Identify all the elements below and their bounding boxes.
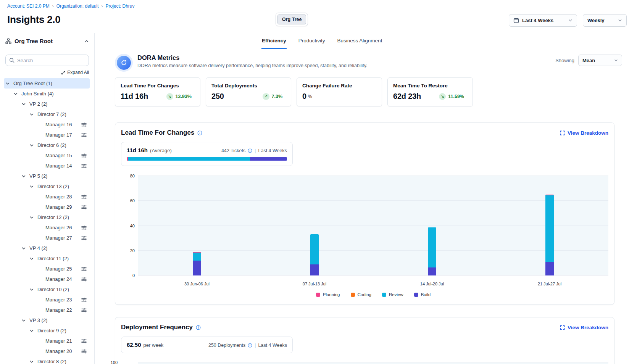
tree-item[interactable]: VP 5 (2) <box>4 171 90 181</box>
summary-count: 250 Deployments <box>208 343 245 348</box>
filter-sliders-icon[interactable] <box>81 308 87 313</box>
tree-item[interactable]: Director 12 (2) <box>4 212 90 222</box>
tree-item[interactable]: Director 10 (2) <box>4 284 90 295</box>
tree-item[interactable]: Manager 16 <box>4 119 90 130</box>
breadcrumb-account-link[interactable]: Account: SEI 2.0 PM <box>7 3 50 9</box>
tree-item[interactable]: Manager 25 <box>4 264 90 274</box>
tree-item[interactable]: Manager 21 <box>4 336 90 346</box>
filter-sliders-icon[interactable] <box>81 163 87 169</box>
filter-sliders-icon[interactable] <box>81 297 87 303</box>
filter-sliders-icon[interactable] <box>81 205 87 210</box>
tree-item[interactable]: Director 8 (2) <box>4 356 90 364</box>
filter-sliders-icon[interactable] <box>81 225 87 230</box>
bar-07-jul-13-jul[interactable] <box>310 234 319 275</box>
chevron-down-icon[interactable] <box>29 184 35 189</box>
legend-item-review[interactable]: Review <box>382 292 403 297</box>
tree-item[interactable]: VP 4 (2) <box>4 243 90 253</box>
info-icon[interactable] <box>248 148 252 153</box>
tree-item[interactable]: Manager 26 <box>4 222 90 233</box>
search-input[interactable] <box>17 58 85 63</box>
legend-item-build[interactable]: Build <box>414 292 431 297</box>
info-icon[interactable] <box>197 130 202 135</box>
bar-segment-build <box>428 267 436 275</box>
filter-sliders-icon[interactable] <box>81 132 87 138</box>
showing-select[interactable]: Mean <box>578 55 622 66</box>
filter-sliders-icon[interactable] <box>81 266 87 272</box>
chart-y-tick-label: 100 <box>104 360 118 364</box>
tree-item[interactable]: Director 9 (2) <box>4 325 90 336</box>
tree-item[interactable]: Manager 29 <box>4 202 90 212</box>
filter-sliders-icon[interactable] <box>81 349 87 354</box>
tree-item[interactable]: Manager 23 <box>4 295 90 305</box>
tree-item[interactable]: Manager 24 <box>4 274 90 284</box>
bar-21-jul-27-jul[interactable] <box>545 195 554 275</box>
tree-item-label: VP 5 (2) <box>29 173 47 179</box>
filter-sliders-icon[interactable] <box>81 277 87 282</box>
chevron-down-icon[interactable] <box>21 246 27 251</box>
tree-item[interactable]: Manager 15 <box>4 150 90 161</box>
chevron-down-icon[interactable] <box>29 359 35 364</box>
tree-item-label: Manager 28 <box>45 194 72 200</box>
tree-item[interactable]: Manager 14 <box>4 161 90 171</box>
org-tree-button[interactable]: Org Tree <box>277 14 306 24</box>
breadcrumb-project-link[interactable]: Project: Dhruv <box>105 3 134 9</box>
filter-sliders-icon[interactable] <box>81 122 87 127</box>
bar-14-jul-20-jul[interactable] <box>428 227 436 275</box>
breadcrumb-organization-link[interactable]: Organization: default <box>56 3 99 9</box>
bar-30-jun-06-jul[interactable] <box>193 252 201 275</box>
filter-sliders-icon[interactable] <box>81 153 87 158</box>
tree-item[interactable]: VP 3 (2) <box>4 315 90 325</box>
tree-item[interactable]: Director 11 (2) <box>4 253 90 264</box>
period-select[interactable]: Last 4 Weeks <box>509 14 577 27</box>
chevron-down-icon[interactable] <box>21 174 27 179</box>
period-select-value: Last 4 Weeks <box>522 18 553 23</box>
filter-sliders-icon[interactable] <box>81 338 87 344</box>
gridline: 40 <box>138 225 608 226</box>
metric-card-title: Mean Time To Restore <box>393 83 467 89</box>
info-icon[interactable] <box>248 343 252 348</box>
tree-item[interactable]: VP 2 (2) <box>4 99 90 109</box>
info-icon[interactable] <box>196 325 201 330</box>
org-tree-icon <box>5 38 11 44</box>
chevron-down-icon[interactable] <box>29 329 35 333</box>
chevron-down-icon[interactable] <box>21 318 27 323</box>
breadcrumb-separator-icon: › <box>101 3 103 9</box>
tree-item[interactable]: Director 13 (2) <box>4 181 90 192</box>
chevron-down-icon[interactable] <box>13 92 19 96</box>
chevron-down-icon[interactable] <box>5 81 11 86</box>
tree-item[interactable]: Manager 20 <box>4 346 90 356</box>
granularity-select[interactable]: Weekly <box>583 14 627 27</box>
tree-item[interactable]: Director 7 (2) <box>4 109 90 119</box>
tree-item[interactable]: Director 6 (2) <box>4 140 90 150</box>
tree-item[interactable]: Manager 28 <box>4 192 90 202</box>
chevron-down-icon[interactable] <box>29 112 35 117</box>
chevron-down-icon[interactable] <box>29 215 35 220</box>
tree-item[interactable]: Manager 17 <box>4 130 90 140</box>
tree-item[interactable]: John Smith (4) <box>4 89 90 99</box>
main-panel: EfficiencyProductivityBusiness Alignment… <box>95 33 637 364</box>
tab-efficiency[interactable]: Efficiency <box>261 33 287 49</box>
tab-business-alignment[interactable]: Business Alignment <box>337 33 383 49</box>
chart-legend: PlanningCodingReviewBuild <box>138 292 608 297</box>
expand-all-button[interactable]: Expand All <box>5 70 89 75</box>
trend-percentage: 7.3% <box>272 94 283 99</box>
chevron-down-icon[interactable] <box>29 143 35 148</box>
collapse-sidebar-icon[interactable] <box>84 39 89 43</box>
chevron-down-icon[interactable] <box>29 287 35 292</box>
legend-item-coding[interactable]: Coding <box>351 292 371 297</box>
filter-sliders-icon[interactable] <box>81 194 87 200</box>
legend-item-planning[interactable]: Planning <box>316 292 340 297</box>
tab-productivity[interactable]: Productivity <box>298 33 326 49</box>
view-breakdown-link[interactable]: View Breakdown <box>560 325 608 330</box>
tree-item[interactable]: Org Tree Root (1) <box>4 78 90 89</box>
page-title: Insights 2.0 <box>7 14 60 26</box>
chevron-down-icon[interactable] <box>29 256 35 261</box>
expand-all-label: Expand All <box>67 70 89 75</box>
filter-sliders-icon[interactable] <box>81 235 87 241</box>
tree-item[interactable]: Manager 22 <box>4 305 90 315</box>
chevron-down-icon[interactable] <box>21 102 27 106</box>
chevron-down-icon <box>568 18 572 23</box>
tree-item-label: Director 6 (2) <box>37 142 66 148</box>
tree-item[interactable]: Manager 27 <box>4 233 90 243</box>
view-breakdown-link[interactable]: View Breakdown <box>560 130 608 136</box>
